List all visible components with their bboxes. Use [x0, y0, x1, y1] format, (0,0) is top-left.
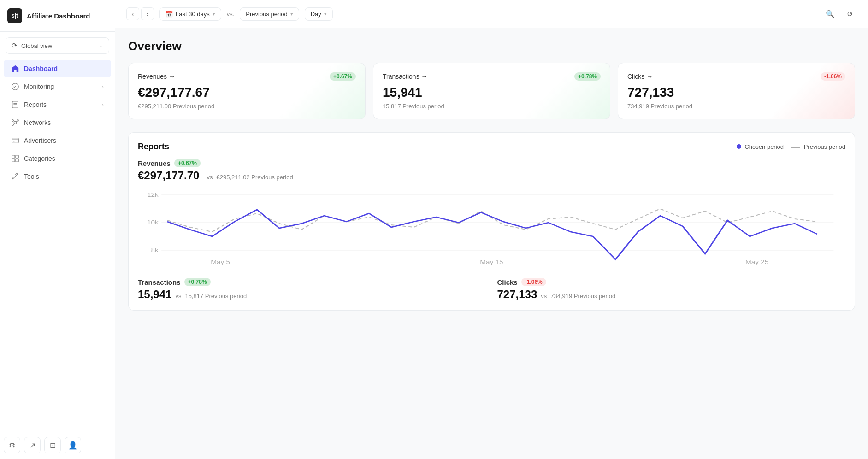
sidebar-item-reports[interactable]: Reports ›: [4, 96, 111, 113]
previous-period-line: [791, 147, 800, 148]
sidebar-item-tools[interactable]: Tools: [4, 168, 111, 185]
period-label: Previous period: [246, 11, 287, 18]
legend-chosen: Chosen period: [737, 143, 784, 150]
chevron-down-icon: ⌄: [99, 43, 103, 49]
transactions-metric-prev: 15,817 Previous period: [185, 293, 247, 300]
sidebar-item-label: Dashboard: [24, 65, 104, 72]
revenues-card-header: Revenues → +0.67%: [138, 72, 356, 81]
advertisers-icon: [11, 136, 19, 145]
transactions-metric-card: Transactions +0.78% 15,941 vs 15,817 Pre…: [138, 278, 486, 301]
nav-list: Dashboard Monitoring › Reports ›: [0, 59, 115, 186]
svg-rect-16: [16, 155, 18, 158]
chevron-down-icon: ▾: [213, 11, 215, 17]
nav-arrows: ‹ ›: [126, 7, 154, 20]
transactions-value: 15,941: [383, 85, 601, 100]
date-range-selector[interactable]: 📅 Last 30 days ▾: [159, 7, 221, 21]
vs-label: vs.: [227, 11, 235, 18]
sidebar-item-categories[interactable]: Categories: [4, 150, 111, 167]
global-view-button[interactable]: ⟳ Global view ⌄: [6, 37, 109, 54]
transactions-card-title: Transactions →: [383, 73, 428, 80]
revenues-card: Revenues → +0.67% €297,177.67 €295,211.0…: [128, 63, 366, 119]
clicks-prev: 734,919 Previous period: [627, 103, 845, 110]
sidebar-item-label: Networks: [24, 119, 104, 126]
svg-text:10k: 10k: [147, 220, 159, 226]
refresh-button[interactable]: ↺: [842, 6, 857, 21]
reports-section: Reports Chosen period Previous period Re…: [128, 132, 855, 311]
revenues-metric-value: €297,177.70: [138, 169, 199, 182]
clicks-metric-prev: 734,919 Previous period: [550, 293, 615, 300]
reports-header: Reports Chosen period Previous period: [138, 142, 845, 152]
svg-point-7: [17, 120, 19, 122]
transactions-metric-badge: +0.78%: [184, 278, 211, 286]
monitoring-icon: [11, 82, 19, 91]
sidebar-item-label: Categories: [24, 155, 104, 162]
networks-icon: [11, 118, 19, 127]
sidebar-item-label: Advertisers: [24, 137, 104, 144]
clicks-card: Clicks → -1.06% 727,133 734,919 Previous…: [618, 63, 855, 119]
clicks-metric-vs: vs: [541, 293, 547, 300]
global-view-label: Global view: [21, 42, 52, 49]
page-body: Overview Revenues → +0.67% €297,177.67 €…: [115, 28, 868, 459]
revenues-chart: 12k 10k 8k May 5 May 15 May 25: [138, 186, 845, 269]
transactions-card-header: Transactions → +0.78%: [383, 72, 601, 81]
sidebar: s|t Affiliate Dashboard ⟳ Global view ⌄ …: [0, 0, 115, 459]
svg-rect-12: [12, 138, 18, 143]
search-button[interactable]: 🔍: [823, 6, 838, 21]
sidebar-item-advertisers[interactable]: Advertisers: [4, 132, 111, 149]
transactions-prev: 15,817 Previous period: [383, 103, 601, 110]
revenues-metric-prev: €295,211.02 Previous period: [216, 174, 293, 181]
revenues-metric-row: Revenues +0.67%: [138, 159, 845, 167]
categories-icon: [11, 154, 19, 163]
revenues-metric-label: Revenues: [138, 159, 171, 167]
user-button[interactable]: 👤: [65, 437, 81, 453]
bottom-metrics: Transactions +0.78% 15,941 vs 15,817 Pre…: [138, 278, 845, 301]
settings-button[interactable]: ⚙: [4, 437, 20, 453]
clicks-badge: -1.06%: [821, 72, 845, 81]
svg-rect-15: [12, 155, 15, 158]
sidebar-item-dashboard[interactable]: Dashboard: [4, 60, 111, 77]
next-arrow-button[interactable]: ›: [141, 7, 154, 20]
legend-previous: Previous period: [791, 143, 845, 150]
revenues-metric-vs: vs: [207, 174, 213, 181]
clicks-metric-badge: -1.06%: [521, 278, 546, 286]
share-button[interactable]: ↗: [24, 437, 41, 453]
revenues-badge: +0.67%: [330, 72, 356, 81]
home-icon: [11, 65, 19, 73]
chosen-period-dot: [737, 144, 741, 149]
clicks-metric-row: Clicks -1.06%: [497, 278, 846, 286]
overview-cards: Revenues → +0.67% €297,177.67 €295,211.0…: [128, 63, 855, 119]
transactions-card: Transactions → +0.78% 15,941 15,817 Prev…: [373, 63, 610, 119]
svg-text:8k: 8k: [151, 247, 159, 253]
sidebar-item-monitoring[interactable]: Monitoring ›: [4, 78, 111, 95]
revenues-card-title: Revenues →: [138, 73, 175, 80]
sidebar-title: Affiliate Dashboard: [27, 12, 90, 20]
granularity-label: Day: [311, 11, 321, 18]
chart-container: 12k 10k 8k May 5 May 15 May 25: [138, 186, 845, 269]
period-selector[interactable]: Previous period ▾: [240, 7, 299, 21]
revenues-value: €297,177.67: [138, 85, 356, 100]
topbar-right: 🔍 ↺: [823, 6, 857, 21]
tools-icon: [11, 172, 19, 181]
svg-rect-18: [16, 159, 18, 162]
sidebar-item-label: Monitoring: [24, 83, 97, 90]
revenues-metric-badge: +0.67%: [174, 159, 201, 167]
revenues-metric-header: Revenues +0.67% €297,177.70 vs €295,211.…: [138, 159, 845, 182]
transactions-metric-vs: vs: [175, 293, 181, 300]
chevron-right-icon: ›: [102, 102, 104, 107]
granularity-selector[interactable]: Day ▾: [305, 7, 333, 21]
transactions-badge: +0.78%: [574, 72, 601, 81]
global-view-icon: ⟳: [12, 41, 18, 50]
calendar-icon: 📅: [165, 11, 173, 18]
config-button[interactable]: ⊡: [44, 437, 61, 453]
chevron-down-icon: ▾: [324, 11, 327, 17]
svg-rect-17: [12, 159, 15, 162]
sidebar-item-networks[interactable]: Networks: [4, 114, 111, 131]
logo: s|t: [7, 8, 22, 23]
reports-title: Reports: [138, 142, 169, 152]
main-content: ‹ › 📅 Last 30 days ▾ vs. Previous period…: [115, 0, 868, 459]
svg-point-8: [12, 124, 14, 126]
prev-arrow-button[interactable]: ‹: [126, 7, 139, 20]
sidebar-item-label: Tools: [24, 173, 104, 180]
svg-text:May 25: May 25: [745, 259, 769, 265]
legend: Chosen period Previous period: [737, 143, 845, 150]
